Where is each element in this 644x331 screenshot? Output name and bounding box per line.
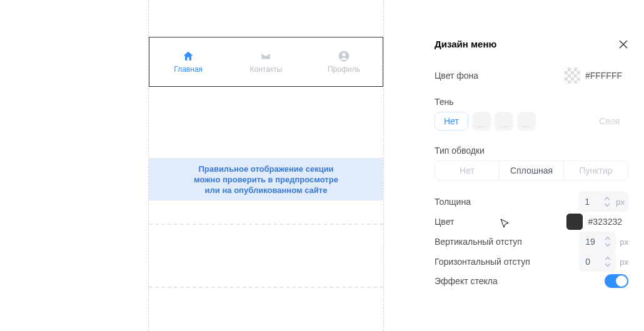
hpad-unit: px [620,257,628,267]
stroke-type-label: Тип обводки [435,146,628,156]
glass-toggle[interactable] [605,274,628,288]
shadow-options: Нет Своя [435,112,628,131]
stepper-down-icon[interactable] [604,242,611,248]
vpad-unit: px [620,237,628,247]
glass-label: Эффект стекла [435,276,498,286]
thickness-input[interactable]: px [578,192,628,212]
design-panel: Дизайн меню Цвет фона #FFFFFF Тень Нет С… [419,25,644,331]
bg-color-value: #FFFFFF [585,71,622,81]
section-separator [149,224,383,225]
thickness-label: Толщина [435,197,471,207]
toggle-knob [616,275,627,287]
thickness-unit: px [613,197,628,207]
envelope-icon [259,51,272,62]
menu-widget[interactable]: Главная Контакты Профиль [149,37,383,87]
stroke-color-picker[interactable]: #323232 [565,212,628,232]
menu-item-label: Контакты [250,65,283,74]
shadow-label: Тень [435,97,628,107]
user-circle-icon [338,51,350,62]
stepper-up-icon[interactable] [604,235,611,242]
preview-notice-line: Правильное отображение секции [198,164,333,174]
stroke-color-value: #323232 [588,217,622,227]
stepper-down-icon[interactable] [603,202,611,208]
svg-point-1 [342,52,345,56]
bg-color-label: Цвет фона [435,71,478,81]
close-button[interactable] [618,39,628,49]
shadow-custom-button[interactable]: Своя [590,112,628,131]
page-content: Главная Контакты Профиль Правильное отоб… [148,0,384,331]
hpad-input[interactable] [579,252,616,272]
section-separator [149,287,383,288]
menu-item-home[interactable]: Главная [149,37,227,86]
thickness-value[interactable] [578,197,602,207]
stroke-none-option[interactable]: Нет [435,161,499,180]
vpad-label: Вертикальный отступ [435,237,522,247]
shadow-preset-1[interactable] [472,112,491,131]
stroke-type-segmented: Нет Сплошная Пунктир [435,161,628,180]
menu-item-label: Главная [174,65,203,74]
color-swatch-icon [566,214,583,230]
hpad-label: Горизонтальный отступ [435,257,530,267]
shadow-none-button[interactable]: Нет [435,112,468,131]
stepper-up-icon[interactable] [604,255,611,262]
panel-title: Дизайн меню [435,39,496,49]
preview-notice-line: или на опубликованном сайте [205,185,328,195]
vpad-input[interactable] [579,232,616,252]
shadow-preset-3[interactable] [517,112,536,131]
transparent-swatch-icon [564,67,580,84]
stroke-dashed-option[interactable]: Пунктир [563,161,628,180]
stepper-down-icon[interactable] [604,262,611,268]
menu-item-profile[interactable]: Профиль [305,37,383,86]
stroke-color-label: Цвет [435,217,454,227]
preview-notice-line: можно проверить в предпросмотре [194,174,338,185]
vpad-value[interactable] [579,237,603,247]
shadow-preset-2[interactable] [495,112,513,131]
menu-item-contacts[interactable]: Контакты [227,37,304,86]
stroke-solid-option[interactable]: Сплошная [499,161,563,180]
menu-item-label: Профиль [328,65,360,74]
hpad-value[interactable] [579,257,603,267]
section-preview-notice: Правильное отображение секции можно пров… [149,158,383,200]
canvas-frame: Главная Контакты Профиль Правильное отоб… [148,0,384,331]
home-icon [182,51,194,62]
bg-color-picker[interactable]: #FFFFFF [562,66,628,86]
stepper-up-icon[interactable] [603,195,611,202]
